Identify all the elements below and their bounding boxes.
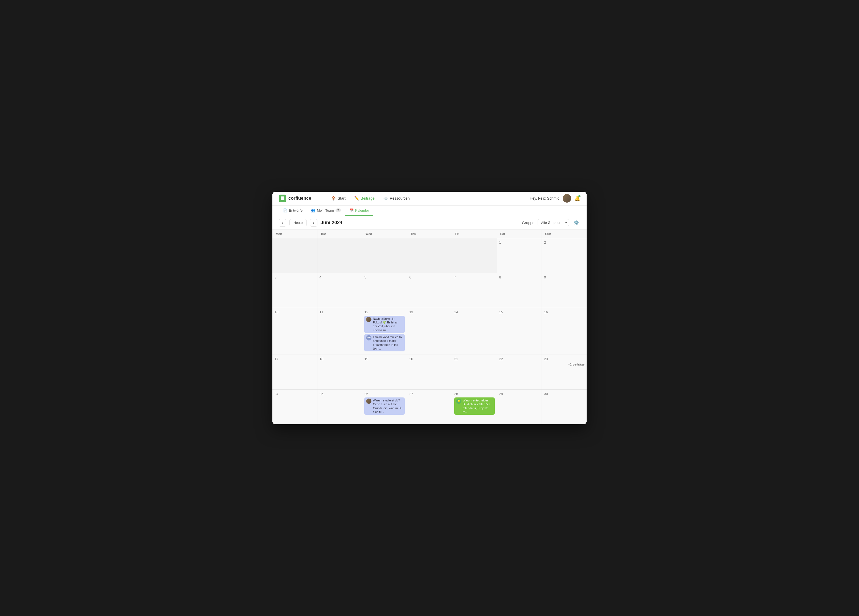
- event-ah-text: I am beyond thrilled to announce a major…: [373, 335, 403, 350]
- cal-day-w1-fri: [452, 238, 497, 273]
- cal-day-7: 7: [452, 273, 497, 308]
- nav-beitraege[interactable]: ✏️ Beiträge: [350, 194, 378, 202]
- cloud-icon: ☁️: [383, 196, 388, 201]
- logo-icon: [279, 195, 286, 202]
- event-warum-studierst-text: Warum studierst du? Gehe auch auf die Gr…: [373, 399, 403, 414]
- sub-nav-entwuerfe[interactable]: 📄 Entwürfe: [279, 206, 307, 216]
- prev-button[interactable]: ‹: [279, 219, 286, 226]
- cal-day-w1-mon: [272, 238, 317, 273]
- bell-notification-dot: [578, 195, 581, 197]
- calendar-title: Juni 2024: [320, 220, 519, 226]
- cal-day-4: 4: [317, 273, 362, 308]
- sub-nav-mein-team[interactable]: 👥 Mein Team 2: [307, 206, 345, 216]
- cal-day-12[interactable]: 12 Nachhaltigkeit im Fokus! 🌱 Es ist an …: [362, 308, 407, 355]
- edit-icon: ✏️: [354, 196, 359, 201]
- event-nachhaltigkeit[interactable]: Nachhaltigkeit im Fokus! 🌱 Es ist an der…: [364, 316, 405, 333]
- sub-nav-mein-team-label: Mein Team: [317, 209, 334, 212]
- cal-day-w1-wed: [362, 238, 407, 273]
- cal-day-14: 14: [452, 308, 497, 355]
- cal-day-8: 8: [497, 273, 542, 308]
- sub-nav-kalender[interactable]: 📅 Kalender: [345, 206, 373, 216]
- day-header-mon: Mon: [272, 230, 317, 238]
- event-nachhaltigkeit-text: Nachhaltigkeit im Fokus! 🌱 Es ist an der…: [373, 317, 403, 332]
- sub-nav-kalender-label: Kalender: [355, 209, 369, 212]
- cal-day-2: 2: [542, 238, 587, 273]
- draft-icon: 📄: [283, 209, 287, 212]
- next-button[interactable]: ›: [310, 219, 317, 226]
- cal-day-11: 11: [317, 308, 362, 355]
- calendar-icon: 📅: [349, 209, 354, 212]
- team-badge: 2: [336, 209, 341, 212]
- sub-nav-entwuerfe-label: Entwürfe: [289, 209, 303, 212]
- app-name: corfluence: [288, 196, 311, 201]
- day-header-thu: Thu: [407, 230, 452, 238]
- event-avatar-icon-28: 💡: [456, 399, 461, 404]
- main-header: corfluence 🏠 Start ✏️ Beiträge ☁️ Ressou…: [272, 192, 587, 206]
- cal-day-6: 6: [407, 273, 452, 308]
- calendar-grid: Mon Tue Wed Thu Fri Sat Sun 1 2 3 4 5 6 …: [272, 230, 587, 424]
- cal-day-9: 9: [542, 273, 587, 308]
- cal-day-20: 20: [407, 355, 452, 390]
- cal-day-26[interactable]: 26 Warum studierst du? Gehe auch auf die…: [362, 390, 407, 424]
- cal-day-1: 1: [497, 238, 542, 273]
- cal-day-24: 24: [272, 390, 317, 424]
- event-warum-entscheidest-text: Warum entscheidest Du dich in letzter Ze…: [463, 399, 493, 414]
- plus-badge-23[interactable]: +1 Beiträge: [544, 363, 584, 366]
- cal-day-13: 13: [407, 308, 452, 355]
- day-header-tue: Tue: [317, 230, 362, 238]
- cal-day-19: 19: [362, 355, 407, 390]
- event-warum-entscheidest[interactable]: 💡 Warum entscheidest Du dich in letzter …: [454, 398, 495, 415]
- calendar-toolbar: ‹ Heute › Juni 2024 Gruppe Alle Gruppen …: [272, 216, 587, 230]
- cal-day-21: 21: [452, 355, 497, 390]
- cal-day-23: 23 +1 Beiträge: [542, 355, 587, 390]
- gruppe-select[interactable]: Alle Gruppen: [537, 219, 569, 226]
- sub-nav: 📄 Entwürfe 👥 Mein Team 2 📅 Kalender: [272, 206, 587, 216]
- avatar[interactable]: [563, 194, 571, 203]
- header-right: Hey, Felix Schmid 🔔: [529, 194, 580, 203]
- gruppe-select-wrapper: Alle Gruppen: [537, 219, 569, 226]
- team-icon: 👥: [311, 209, 315, 212]
- day-header-wed: Wed: [362, 230, 407, 238]
- cal-day-10: 10: [272, 308, 317, 355]
- cal-day-22: 22: [497, 355, 542, 390]
- event-avatar-ah: AH: [366, 335, 372, 340]
- today-button[interactable]: Heute: [289, 219, 307, 226]
- cal-day-28[interactable]: 28 💡 Warum entscheidest Du dich in letzt…: [452, 390, 497, 424]
- event-avatar-photo: [366, 317, 372, 322]
- nav-beitraege-label: Beiträge: [361, 196, 375, 200]
- day-header-fri: Fri: [452, 230, 497, 238]
- home-icon: 🏠: [331, 196, 336, 201]
- nav-ressourcen[interactable]: ☁️ Ressourcen: [380, 194, 414, 202]
- settings-button[interactable]: ⚙️: [572, 219, 580, 227]
- cal-day-16: 16: [542, 308, 587, 355]
- nav-start[interactable]: 🏠 Start: [327, 194, 349, 202]
- cal-day-15: 15: [497, 308, 542, 355]
- cal-day-17: 17: [272, 355, 317, 390]
- logo-area[interactable]: corfluence: [279, 195, 311, 202]
- bell-icon[interactable]: 🔔: [574, 195, 580, 201]
- cal-day-29: 29: [497, 390, 542, 424]
- cal-day-27: 27: [407, 390, 452, 424]
- nav-ressourcen-label: Ressourcen: [390, 196, 410, 200]
- gruppe-label: Gruppe: [522, 221, 534, 225]
- event-avatar-photo-26: [366, 399, 372, 404]
- cal-day-w1-thu: [407, 238, 452, 273]
- day-header-sun: Sun: [542, 230, 587, 238]
- cal-day-w1-tue: [317, 238, 362, 273]
- day-header-sat: Sat: [497, 230, 542, 238]
- cal-day-30: 30: [542, 390, 587, 424]
- event-warum-studierst[interactable]: Warum studierst du? Gehe auch auf die Gr…: [364, 398, 405, 415]
- app-window: corfluence 🏠 Start ✏️ Beiträge ☁️ Ressou…: [272, 192, 587, 424]
- nav-start-label: Start: [337, 196, 346, 200]
- event-ah-breakthrough[interactable]: AH I am beyond thrilled to announce a ma…: [364, 334, 405, 351]
- cal-day-18: 18: [317, 355, 362, 390]
- cal-day-5: 5: [362, 273, 407, 308]
- greeting-text: Hey, Felix Schmid: [529, 196, 559, 200]
- cal-day-25: 25: [317, 390, 362, 424]
- cal-day-3: 3: [272, 273, 317, 308]
- main-nav: 🏠 Start ✏️ Beiträge ☁️ Ressourcen: [327, 194, 529, 202]
